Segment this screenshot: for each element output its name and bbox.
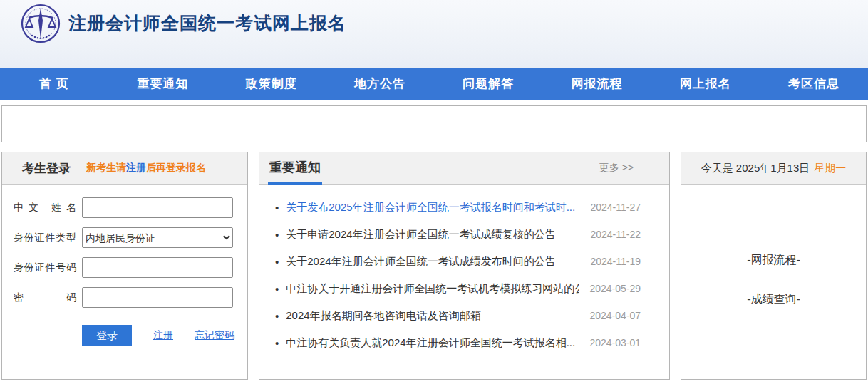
notice-date: 2024-03-01	[589, 337, 641, 348]
nav-item-important-notices[interactable]: 重要通知	[108, 68, 217, 100]
main-nav: 首 页 重要通知 政策制度 地方公告 问题解答 网报流程 网上报名 考区信息	[0, 68, 868, 100]
today-date: 今天是 2025年1月13日	[701, 162, 810, 175]
notice-link[interactable]: 2024年报名期间各地咨询电话及咨询邮箱	[286, 309, 579, 323]
more-link[interactable]: 更多 >>	[599, 162, 634, 175]
nav-item-faq[interactable]: 问题解答	[434, 68, 542, 100]
notice-date: 2024-05-29	[589, 283, 641, 294]
login-button[interactable]: 登录	[82, 325, 132, 346]
login-panel-header: 考生登录 新考生请注册后再登录报名	[2, 152, 247, 185]
form-row-password: 密 码	[14, 287, 236, 308]
id-number-input[interactable]	[82, 257, 233, 278]
weekday: 星期一	[814, 162, 846, 175]
password-label: 密 码	[14, 291, 76, 304]
notice-item: 关于申请2024年注册会计师全国统一考试成绩复核的公告 2024-11-22	[275, 221, 641, 248]
banner-strip	[1, 105, 867, 142]
nav-item-local-announcements[interactable]: 地方公告	[326, 68, 434, 100]
login-panel: 考生登录 新考生请注册后再登录报名 中文 姓名 身份证件类型 内地居民身份证 身…	[1, 152, 248, 380]
form-row-name: 中文 姓名	[14, 197, 236, 218]
register-link[interactable]: 注册	[153, 329, 173, 342]
notice-link[interactable]: 关于2024年注册会计师全国统一考试成绩发布时间的公告	[286, 255, 580, 269]
info-panel-header: 今天是 2025年1月13日 星期一	[681, 152, 866, 185]
nav-item-home[interactable]: 首 页	[0, 68, 108, 100]
nav-item-online-registration[interactable]: 网上报名	[651, 68, 760, 100]
login-title: 考生登录	[22, 160, 71, 177]
cpa-logo-icon	[19, 2, 63, 46]
notice-date: 2024-11-27	[590, 202, 641, 213]
nav-item-exam-area-info[interactable]: 考区信息	[760, 68, 868, 100]
nav-item-policies[interactable]: 政策制度	[217, 68, 326, 100]
notices-title: 重要通知	[269, 159, 321, 176]
notices-tab: 重要通知	[268, 152, 322, 185]
notice-date: 2024-11-22	[590, 229, 641, 240]
score-query-link[interactable]: -成绩查询-	[747, 292, 800, 307]
site-header: 注册会计师全国统一考试网上报名	[0, 0, 868, 68]
notice-item: 中注协有关负责人就2024年注册会计师全国统一考试报名相... 2024-03-…	[275, 329, 641, 356]
notices-panel-header: 重要通知 更多 >>	[259, 152, 669, 185]
id-type-label: 身份证件类型	[14, 232, 76, 244]
nav-item-registration-process[interactable]: 网报流程	[542, 68, 651, 100]
login-buttons: 登录 注册 忘记密码	[82, 325, 236, 346]
id-number-label: 身份证件号码	[14, 261, 76, 274]
notice-suffix: 后再登录报名	[146, 162, 206, 173]
id-type-select[interactable]: 内地居民身份证	[82, 227, 233, 248]
content-area: 考生登录 新考生请注册后再登录报名 中文 姓名 身份证件类型 内地居民身份证 身…	[1, 152, 867, 380]
new-candidate-notice: 新考生请注册后再登录报名	[86, 162, 206, 175]
notice-link[interactable]: 中注协关于开通注册会计师全国统一考试机考模拟练习网站的公...	[286, 282, 579, 296]
info-panel-body: -网报流程- -成绩查询-	[681, 185, 866, 307]
chinese-name-input[interactable]	[82, 197, 233, 218]
notice-date: 2024-04-07	[589, 310, 641, 321]
page-title: 注册会计师全国统一考试网上报名	[68, 11, 346, 35]
notice-item: 关于发布2025年注册会计师全国统一考试报名时间和考试时... 2024-11-…	[275, 194, 641, 221]
notice-link[interactable]: 中注协有关负责人就2024年注册会计师全国统一考试报名相...	[286, 336, 579, 350]
login-form: 中文 姓名 身份证件类型 内地居民身份证 身份证件号码 密 码 登录 注册 忘记…	[2, 185, 247, 346]
password-input[interactable]	[82, 287, 233, 308]
notice-link[interactable]: 关于申请2024年注册会计师全国统一考试成绩复核的公告	[286, 228, 580, 242]
notice-item: 2024年报名期间各地咨询电话及咨询邮箱 2024-04-07	[275, 302, 641, 329]
notice-prefix: 新考生请	[86, 162, 126, 173]
forgot-password-link[interactable]: 忘记密码	[195, 329, 234, 342]
registration-process-link[interactable]: -网报流程-	[747, 253, 800, 268]
form-row-id-number: 身份证件号码	[14, 257, 236, 278]
notices-list: 关于发布2025年注册会计师全国统一考试报名时间和考试时... 2024-11-…	[259, 185, 669, 356]
notices-panel: 重要通知 更多 >> 关于发布2025年注册会计师全国统一考试报名时间和考试时.…	[259, 152, 670, 380]
form-row-id-type: 身份证件类型 内地居民身份证	[14, 227, 236, 248]
notice-link[interactable]: 关于发布2025年注册会计师全国统一考试报名时间和考试时...	[286, 201, 580, 214]
info-panel: 今天是 2025年1月13日 星期一 -网报流程- -成绩查询-	[681, 152, 867, 380]
notice-date: 2024-11-19	[590, 256, 641, 267]
register-inline-link[interactable]: 注册	[126, 162, 146, 173]
notice-item: 中注协关于开通注册会计师全国统一考试机考模拟练习网站的公... 2024-05-…	[275, 275, 641, 302]
notice-item: 关于2024年注册会计师全国统一考试成绩发布时间的公告 2024-11-19	[275, 248, 641, 275]
name-label: 中文 姓名	[14, 202, 76, 214]
